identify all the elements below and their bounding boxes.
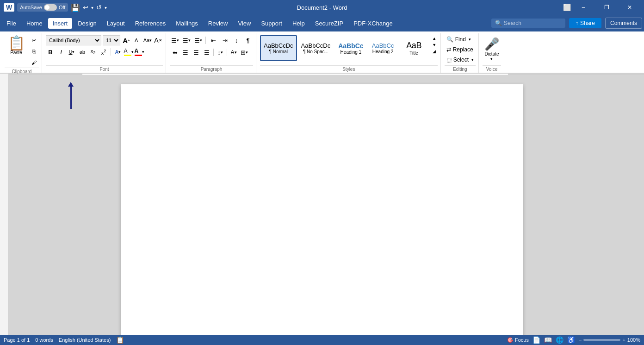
document-area[interactable]	[0, 75, 644, 335]
italic-button[interactable]: I	[56, 47, 66, 56]
bullets-icon: ☰	[171, 37, 177, 44]
text-effects-icon: A	[115, 49, 119, 55]
strikethrough-icon: ab	[80, 49, 85, 55]
align-right-button[interactable]: ☰	[191, 47, 201, 57]
menu-layout[interactable]: Layout	[102, 18, 130, 29]
style-heading2-label: Heading 2	[372, 49, 394, 54]
find-button[interactable]: 🔍 Find ▾	[445, 35, 473, 44]
font-color-button[interactable]: A ▾	[135, 47, 144, 56]
justify-button[interactable]: ☰	[202, 47, 212, 57]
menu-design[interactable]: Design	[73, 18, 101, 29]
styles-scroll-down[interactable]: ▼	[431, 42, 438, 48]
share-button[interactable]: ↑ Share	[569, 18, 601, 28]
document-page[interactable]	[121, 84, 523, 335]
zoom-out-icon[interactable]: −	[579, 337, 582, 343]
multilevel-button[interactable]: ☰▾	[193, 35, 203, 45]
proofing-icon: 📋	[116, 336, 124, 344]
menu-pdfxchange[interactable]: PDF-XChange	[349, 18, 397, 29]
style-normal-mark: ¶ Normal	[269, 49, 288, 54]
sort-button[interactable]: ↕	[231, 35, 242, 45]
select-dropdown-icon: ▾	[471, 57, 474, 62]
replace-button[interactable]: ⇄ Replace	[445, 45, 475, 54]
format-painter-button[interactable]: 🖌	[29, 57, 39, 68]
font-family-select[interactable]: Calibri (Body)	[46, 35, 101, 45]
menu-mailings[interactable]: Mailings	[171, 18, 203, 29]
numbering-icon: ☰	[183, 37, 188, 44]
style-normal[interactable]: AaBbCcDc ¶ Normal	[260, 35, 297, 61]
menu-support[interactable]: Support	[256, 18, 287, 29]
zoom-in-icon[interactable]: +	[622, 337, 625, 343]
show-hide-button[interactable]: ¶	[243, 35, 253, 45]
menu-home[interactable]: Home	[22, 18, 47, 29]
select-button[interactable]: ⬚ Select ▾	[445, 56, 476, 64]
style-no-spacing[interactable]: AaBbCcDc ¶ No Spac...	[297, 35, 334, 61]
autosave-toggle[interactable]: AutoSave Off	[17, 3, 68, 12]
ribbon-display-icon[interactable]: ⬜	[563, 4, 571, 11]
search-input[interactable]	[504, 20, 550, 26]
menu-view[interactable]: View	[233, 18, 255, 29]
restore-button[interactable]: ❐	[596, 0, 617, 15]
dictate-button[interactable]: 🎤 Dictate ▾	[483, 35, 501, 63]
paragraph-row2: ⬌ ☰ ☰ ☰ ↕▾	[170, 47, 249, 57]
clear-formatting-icon: A	[154, 37, 158, 44]
sort-icon: ↕	[235, 37, 238, 44]
center-button[interactable]: ☰	[180, 47, 191, 57]
change-case-button[interactable]: Aa▾	[143, 36, 152, 45]
font-grow-button[interactable]: A +	[122, 36, 131, 45]
close-button[interactable]: ✕	[619, 0, 640, 15]
text-effects-button[interactable]: A▾	[113, 47, 123, 56]
view-layout-icon[interactable]: 📄	[533, 336, 540, 344]
copy-button[interactable]: ⎘	[29, 46, 39, 56]
line-spacing-button[interactable]: ↕▾	[215, 47, 225, 57]
bold-button[interactable]: B	[46, 47, 55, 56]
decrease-indent-button[interactable]: ⇤	[208, 35, 218, 45]
accessibility-icon[interactable]: ♿	[567, 336, 575, 344]
find-dropdown-icon: ▾	[469, 37, 471, 42]
save-icon[interactable]: 💾	[71, 3, 80, 12]
bullets-button[interactable]: ☰▾	[170, 35, 180, 45]
menu-help[interactable]: Help	[288, 18, 310, 29]
undo-icon[interactable]: ↩	[83, 4, 88, 11]
increase-indent-icon: ⇥	[223, 37, 228, 44]
menu-references[interactable]: References	[130, 18, 170, 29]
share-label: Share	[580, 20, 595, 26]
minimize-button[interactable]: –	[573, 0, 594, 15]
shading-button[interactable]: A▾	[229, 47, 239, 57]
focus-button[interactable]: 🎯 Focus	[507, 337, 529, 343]
clear-formatting-button[interactable]: A ✕	[154, 36, 163, 45]
style-title[interactable]: AaB Title	[399, 35, 429, 61]
subscript-icon: x2	[91, 48, 96, 55]
menu-insert[interactable]: Insert	[48, 18, 73, 29]
menu-securezip[interactable]: SecureZIP	[310, 18, 348, 29]
menu-file[interactable]: File	[2, 18, 21, 29]
font-size-select[interactable]: 11	[103, 35, 120, 45]
find-icon: 🔍	[446, 36, 453, 43]
search-box[interactable]: 🔍	[491, 19, 565, 28]
superscript-button[interactable]: x2	[99, 47, 108, 56]
styles-scroll-up[interactable]: ▲	[431, 35, 438, 42]
style-heading2[interactable]: AaBbCc Heading 2	[368, 35, 398, 61]
ribbon: File Home Insert Design Layout Reference…	[0, 15, 644, 74]
menu-review[interactable]: Review	[204, 18, 233, 29]
subscript-button[interactable]: x2	[88, 47, 98, 56]
cut-button[interactable]: ✂	[29, 35, 39, 45]
font-shrink-button[interactable]: A -	[132, 36, 142, 45]
highlight-button[interactable]: A ▾	[124, 47, 133, 56]
paste-button[interactable]: 📋 Paste	[5, 35, 28, 56]
view-reading-icon[interactable]: 📖	[544, 336, 552, 344]
align-left-button[interactable]: ⬌	[170, 47, 180, 57]
borders-button[interactable]: ⊞▾	[239, 47, 249, 57]
zoom-slider[interactable]	[583, 339, 620, 341]
underline-button[interactable]: U▾	[67, 47, 76, 56]
customize-qat-icon[interactable]: ▾	[105, 5, 107, 10]
style-heading1[interactable]: AaBbCc Heading 1	[334, 35, 367, 61]
redo-icon[interactable]: ↺	[96, 4, 102, 11]
styles-expand[interactable]: ◢	[431, 48, 438, 55]
comments-button[interactable]: Comments	[605, 18, 642, 29]
view-web-icon[interactable]: 🌐	[556, 336, 564, 344]
strikethrough-button[interactable]: ab	[78, 47, 87, 56]
increase-indent-button[interactable]: ⇥	[220, 35, 230, 45]
undo-dropdown-icon[interactable]: ▾	[91, 5, 93, 10]
autosave-switch[interactable]	[44, 4, 57, 11]
numbering-button[interactable]: ☰▾	[181, 35, 192, 45]
